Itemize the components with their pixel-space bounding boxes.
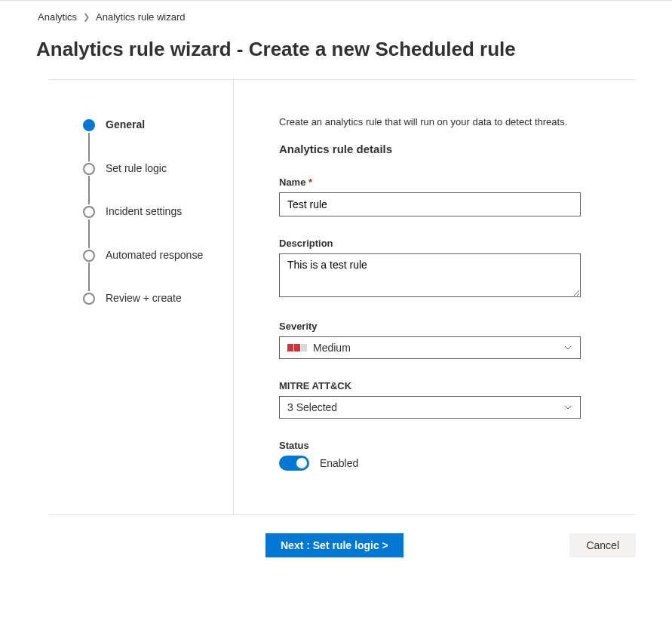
required-marker: * (308, 177, 312, 188)
description-label: Description (279, 238, 581, 249)
section-title: Analytics rule details (279, 143, 636, 155)
severity-value: Medium (313, 342, 351, 354)
page-title: Analytics rule wizard - Create a new Sch… (36, 38, 672, 61)
breadcrumb: Analytics ❯ Analytics rule wizard (0, 1, 672, 23)
step-connector (88, 219, 90, 248)
mitre-select[interactable]: 3 Selected (279, 396, 581, 419)
field-name: Name * (279, 177, 581, 216)
step-connector (88, 133, 90, 161)
status-toggle[interactable] (279, 456, 309, 471)
status-value: Enabled (320, 457, 358, 469)
step-indicator-icon (83, 206, 95, 218)
field-description: Description This is a test rule (279, 238, 581, 299)
step-indicator-icon (83, 119, 95, 131)
mitre-label: MITRE ATT&CK (279, 380, 581, 391)
cancel-button[interactable]: Cancel (569, 533, 636, 557)
step-indicator-icon (83, 250, 95, 262)
step-review-create[interactable]: Review + create (83, 291, 233, 306)
step-incident-settings[interactable]: Incident settings (83, 204, 233, 219)
chevron-down-icon (563, 403, 572, 412)
chevron-right-icon: ❯ (83, 12, 90, 22)
intro-text: Create an analytics rule that will run o… (279, 116, 636, 127)
next-button[interactable]: Next : Set rule logic > (265, 533, 404, 557)
form-panel: Create an analytics rule that will run o… (234, 80, 636, 514)
step-general[interactable]: General (83, 118, 233, 133)
step-set-rule-logic[interactable]: Set rule logic (83, 161, 233, 177)
step-label: General (106, 118, 145, 133)
step-indicator-icon (83, 163, 95, 175)
severity-select[interactable]: Medium (279, 336, 581, 359)
step-indicator-icon (83, 293, 95, 305)
breadcrumb-item[interactable]: Analytics (38, 11, 77, 23)
description-textarea[interactable]: This is a test rule (279, 253, 581, 297)
chevron-down-icon (563, 343, 572, 352)
field-mitre: MITRE ATT&CK 3 Selected (279, 380, 581, 419)
name-input[interactable] (279, 192, 581, 216)
step-label: Incident settings (106, 204, 182, 219)
breadcrumb-item[interactable]: Analytics rule wizard (96, 11, 186, 23)
wizard-steps: General Set rule logic Incident settings… (49, 80, 234, 514)
field-status: Status Enabled (279, 440, 581, 471)
step-label: Review + create (106, 291, 182, 306)
toggle-knob-icon (296, 458, 307, 468)
step-label: Automated response (106, 248, 203, 263)
field-severity: Severity Medium (279, 321, 581, 359)
severity-label: Severity (279, 321, 581, 332)
label-text: Name (279, 177, 305, 188)
step-automated-response[interactable]: Automated response (83, 248, 233, 263)
wizard-footer: Next : Set rule logic > Cancel (0, 515, 672, 588)
status-label: Status (279, 440, 581, 451)
step-label: Set rule logic (106, 161, 167, 177)
name-label: Name * (279, 177, 581, 188)
mitre-value: 3 Selected (287, 401, 337, 413)
severity-bars-icon (287, 344, 307, 351)
step-connector (88, 176, 90, 204)
step-connector (88, 262, 90, 291)
